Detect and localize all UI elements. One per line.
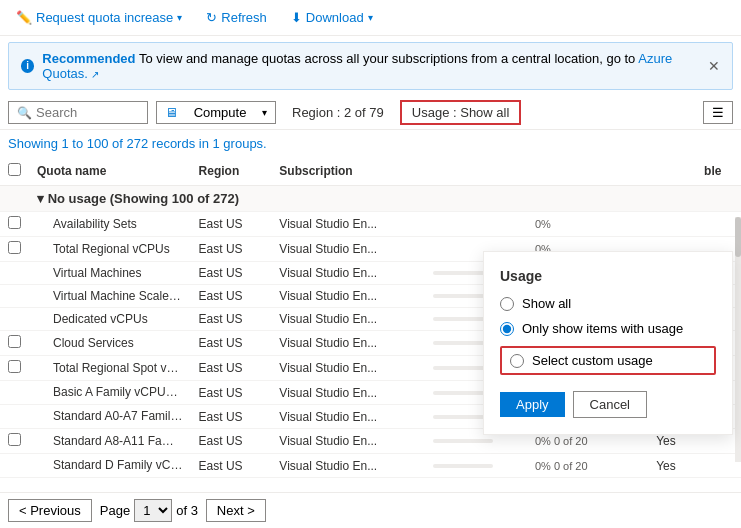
toolbar: ✏️ Request quota increase ▾ ↻ Refresh ⬇ … [0, 0, 741, 36]
quota-name-cell: Standard D Family vC... ⓘ [29, 454, 191, 478]
chevron-down-icon: ▾ [262, 107, 267, 118]
radio-show-all-input[interactable] [500, 297, 514, 311]
col-quota-name: Quota name [29, 157, 191, 186]
progress-cell [425, 454, 527, 478]
subscription-cell: Visual Studio En... [271, 356, 424, 381]
search-icon: 🔍 [17, 106, 32, 120]
subscription-cell: Visual Studio En... [271, 237, 424, 262]
col-no [648, 157, 696, 186]
quota-name-cell: Standard A0-A7 Famil... ⓘ [29, 405, 191, 429]
group-row: ▾ No usage (Showing 100 of 272) [0, 186, 741, 212]
footer: < Previous Page 1 2 3 of 3 Next > [0, 492, 741, 528]
quota-name-cell: Total Regional Spot vCPUs [29, 356, 191, 381]
columns-button[interactable]: ☰ [703, 101, 733, 124]
quota-name-cell: Basic A Family vCPUs ⓘ [29, 381, 191, 405]
usage-filter-button[interactable]: Usage : Show all [400, 100, 522, 125]
search-input[interactable] [36, 105, 139, 120]
radio-with-usage-input[interactable] [500, 322, 514, 336]
group-label: No usage (Showing 100 of 272) [48, 191, 239, 206]
banner-close-button[interactable]: ✕ [708, 58, 720, 74]
col-checkbox [0, 157, 29, 186]
pct-cell: 0% 0 of 20 [527, 454, 648, 478]
refresh-icon: ↻ [206, 10, 217, 25]
row-checkbox[interactable] [8, 241, 21, 254]
progress-bar [433, 464, 493, 468]
region-cell: East US [191, 285, 272, 308]
compute-icon: 🖥 [165, 105, 178, 120]
cancel-button[interactable]: Cancel [573, 391, 647, 418]
refresh-button[interactable]: ↻ Refresh [202, 8, 271, 27]
subscription-cell: Visual Studio En... [271, 454, 424, 478]
radio-custom-usage[interactable]: Select custom usage [500, 346, 716, 375]
select-all-checkbox[interactable] [8, 163, 21, 176]
page-number-select[interactable]: 1 2 3 [134, 499, 172, 522]
edit-icon: ✏️ [16, 10, 32, 25]
dropdown-title: Usage [500, 268, 716, 284]
info-icon[interactable]: ⓘ [184, 459, 191, 471]
recommendation-banner: i Recommended To view and manage quotas … [8, 42, 733, 90]
region-cell: East US [191, 381, 272, 405]
radio-with-usage[interactable]: Only show items with usage [500, 321, 716, 336]
subscription-cell: Visual Studio En... [271, 381, 424, 405]
quota-name-cell: Availability Sets [29, 212, 191, 237]
col-ble: ble [696, 157, 741, 186]
info-icon[interactable]: ⓘ [175, 386, 186, 398]
chevron-down-icon: ▾ [368, 12, 373, 23]
no-cell [648, 212, 696, 237]
progress-cell [425, 212, 527, 237]
row-checkbox[interactable] [8, 216, 21, 229]
col-progress [425, 157, 527, 186]
download-icon: ⬇ [291, 10, 302, 25]
main-container: ✏️ Request quota increase ▾ ↻ Refresh ⬇ … [0, 0, 741, 528]
page-selector: Page 1 2 3 of 3 [100, 499, 198, 522]
subscription-cell: Visual Studio En... [271, 405, 424, 429]
info-icon[interactable]: ⓘ [184, 410, 191, 422]
columns-icon: ☰ [712, 105, 724, 120]
row-checkbox[interactable] [8, 433, 21, 446]
scrollbar[interactable] [735, 217, 741, 462]
region-cell: East US [191, 454, 272, 478]
region-cell: East US [191, 262, 272, 285]
scroll-thumb[interactable] [735, 217, 741, 257]
request-quota-button[interactable]: ✏️ Request quota increase ▾ [12, 8, 186, 27]
row-checkbox[interactable] [8, 335, 21, 348]
region-cell: East US [191, 212, 272, 237]
usage-dropdown: Usage Show all Only show items with usag… [483, 251, 733, 435]
apply-button[interactable]: Apply [500, 392, 565, 417]
quota-name-cell: Virtual Machines [29, 262, 191, 285]
radio-show-all[interactable]: Show all [500, 296, 716, 311]
col-region: Region [191, 157, 272, 186]
quota-name-cell: Cloud Services [29, 331, 191, 356]
external-link-icon: ↗ [91, 69, 99, 80]
radio-custom-usage-input[interactable] [510, 354, 524, 368]
region-cell: East US [191, 356, 272, 381]
filter-bar: 🔍 🖥 Compute ▾ Region : 2 of 79 Usage : S… [0, 96, 741, 130]
table-row: Availability Sets East US Visual Studio … [0, 212, 741, 237]
subscription-cell: Visual Studio En... [271, 262, 424, 285]
subscription-cell: Visual Studio En... [271, 285, 424, 308]
row-checkbox[interactable] [8, 360, 21, 373]
table-row: Standard D Family vC... ⓘ East US Visual… [0, 454, 741, 478]
region-cell: East US [191, 308, 272, 331]
next-button[interactable]: Next > [206, 499, 266, 522]
subscription-cell: Visual Studio En... [271, 331, 424, 356]
chevron-down-icon: ▾ [177, 12, 182, 23]
filter-right: ☰ [703, 101, 733, 124]
expand-icon[interactable]: ▾ [37, 191, 48, 206]
region-cell: East US [191, 237, 272, 262]
subscription-cell: Visual Studio En... [271, 429, 424, 454]
download-button[interactable]: ⬇ Download ▾ [287, 8, 377, 27]
region-cell: East US [191, 429, 272, 454]
quota-name-cell: Total Regional vCPUs [29, 237, 191, 262]
info-icon: i [21, 59, 34, 73]
quota-name-cell: Dedicated vCPUs [29, 308, 191, 331]
banner-text: Recommended To view and manage quotas ac… [42, 51, 700, 81]
subscription-cell: Visual Studio En... [271, 308, 424, 331]
search-box[interactable]: 🔍 [8, 101, 148, 124]
previous-button[interactable]: < Previous [8, 499, 92, 522]
region-cell: East US [191, 405, 272, 429]
quota-name-cell: Virtual Machine Scale Sets [29, 285, 191, 308]
compute-filter-button[interactable]: 🖥 Compute ▾ [156, 101, 276, 124]
progress-bar [433, 439, 493, 443]
col-usage [527, 157, 648, 186]
